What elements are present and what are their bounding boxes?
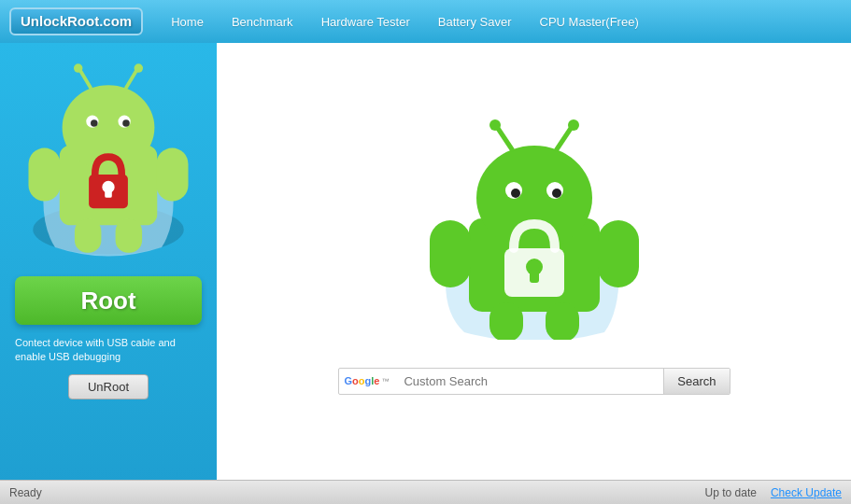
android-mascot-small	[20, 52, 197, 267]
status-uptodate: Up to date	[705, 486, 757, 499]
svg-rect-11	[29, 148, 61, 202]
connect-instruction: Contect device with USB cable and enable…	[15, 336, 202, 365]
status-bar: Ready Up to date Check Update	[0, 480, 851, 504]
svg-rect-31	[546, 302, 579, 340]
svg-point-25	[489, 119, 501, 131]
svg-point-6	[122, 119, 130, 127]
svg-line-7	[80, 70, 91, 88]
nav-home[interactable]: Home	[171, 15, 204, 29]
content-area: Google ™ Search	[217, 43, 851, 504]
logo-text: UnlockRoot.com	[21, 13, 132, 29]
svg-line-9	[126, 70, 136, 88]
logo-box: UnlockRoot.com	[9, 7, 143, 35]
svg-point-19	[476, 146, 592, 250]
svg-point-10	[135, 63, 144, 73]
unroot-button[interactable]: UnRoot	[68, 374, 149, 399]
svg-rect-12	[156, 148, 188, 202]
svg-rect-28	[430, 220, 471, 287]
status-ready: Ready	[9, 486, 42, 499]
nav-hardware-tester[interactable]: Hardware Tester	[321, 15, 410, 29]
google-label: Google ™	[339, 375, 390, 386]
nav-benchmark[interactable]: Benchmark	[232, 15, 293, 29]
svg-rect-17	[105, 189, 112, 198]
main-layout: Root Contect device with USB cable and e…	[0, 43, 851, 504]
svg-rect-29	[598, 220, 639, 287]
search-button[interactable]: Search	[663, 369, 729, 394]
status-right: Up to date Check Update	[705, 486, 842, 499]
svg-point-27	[568, 119, 579, 131]
svg-rect-13	[75, 219, 102, 253]
svg-point-8	[74, 63, 83, 73]
svg-point-22	[511, 189, 520, 198]
google-icon: Google	[345, 375, 380, 386]
nav-cpu-master[interactable]: CPU Master(Free)	[540, 15, 639, 29]
check-update-link[interactable]: Check Update	[771, 486, 842, 499]
nav-bar: Home Benchmark Hardware Tester Battery S…	[171, 15, 639, 29]
search-input[interactable]	[394, 369, 663, 394]
root-button[interactable]: Root	[15, 276, 202, 325]
svg-point-5	[91, 119, 98, 127]
svg-rect-14	[116, 219, 143, 253]
android-mascot-large	[422, 116, 646, 340]
search-bar: Google ™ Search	[338, 368, 730, 395]
svg-line-24	[497, 127, 512, 149]
sidebar: Root Contect device with USB cable and e…	[0, 43, 217, 504]
svg-point-23	[552, 189, 561, 198]
svg-rect-30	[489, 302, 523, 340]
svg-rect-34	[530, 270, 539, 283]
svg-line-26	[557, 127, 572, 149]
header: UnlockRoot.com Home Benchmark Hardware T…	[0, 0, 851, 43]
nav-battery-saver[interactable]: Battery Saver	[438, 15, 512, 29]
